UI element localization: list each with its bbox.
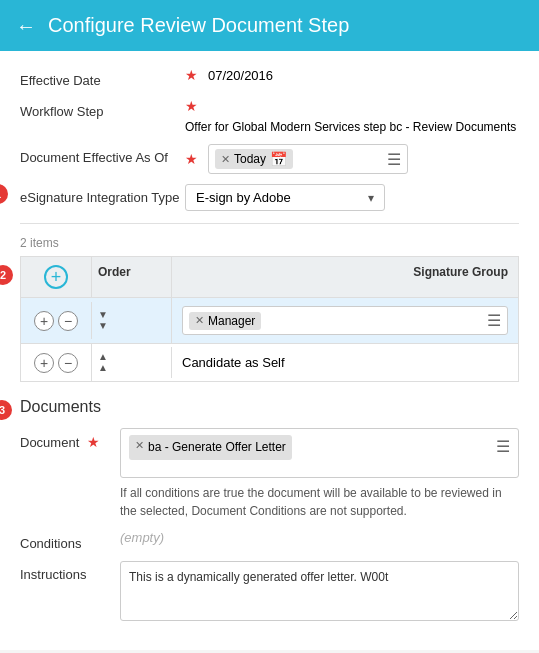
manager-chip[interactable]: ✕ Manager bbox=[189, 312, 261, 330]
document-label: Document ★ bbox=[20, 428, 120, 450]
row-1-controls: + − bbox=[21, 303, 91, 339]
document-chip-input[interactable]: ✕ ba - Generate Offer Letter ☰ bbox=[120, 428, 519, 478]
signature-table: 2 + Order Signature Group + − ▼ ▼ bbox=[20, 256, 519, 382]
workflow-step-row: Workflow Step ★ Offer for Global Modern … bbox=[20, 98, 519, 134]
instructions-value-container bbox=[120, 561, 519, 624]
documents-section: 3 Documents Document ★ ✕ ba - Generate O… bbox=[20, 398, 519, 624]
workflow-step-value: Offer for Global Modern Services step bc… bbox=[185, 120, 516, 134]
conditions-empty: (empty) bbox=[120, 530, 164, 545]
candidate-self-label: Candidate as Self bbox=[182, 355, 285, 370]
document-info-text: If all conditions are true the document … bbox=[120, 484, 519, 520]
items-count: 2 items bbox=[20, 236, 519, 250]
row-1-signature: ✕ Manager ☰ bbox=[171, 298, 518, 343]
list-icon-1[interactable]: ☰ bbox=[387, 150, 401, 169]
table-row: + − ▼ ▼ ✕ Manager ☰ bbox=[21, 298, 518, 344]
list-icon-3[interactable]: ☰ bbox=[496, 437, 510, 456]
document-effective-label: Document Effective As Of bbox=[20, 144, 185, 165]
divider-1 bbox=[20, 223, 519, 224]
conditions-row: Conditions (empty) bbox=[20, 530, 519, 551]
row-2-up-arrow-2[interactable]: ▲ bbox=[98, 363, 108, 373]
page-header: ← Configure Review Document Step bbox=[0, 0, 539, 51]
main-content: Effective Date ★ 07/20/2016 Workflow Ste… bbox=[0, 51, 539, 650]
workflow-step-label: Workflow Step bbox=[20, 98, 185, 119]
table-row: + − ▲ ▲ Candidate as Self bbox=[21, 344, 518, 381]
effective-date-label: Effective Date bbox=[20, 67, 185, 88]
esignature-row: 1 eSignature Integration Type E-sign by … bbox=[20, 184, 519, 211]
manager-chip-remove[interactable]: ✕ bbox=[195, 314, 204, 327]
instructions-textarea[interactable] bbox=[120, 561, 519, 621]
row-1-order-arrows: ▼ ▼ bbox=[98, 310, 108, 331]
document-effective-value-container: ★ ✕ Today 📅 ☰ bbox=[185, 144, 519, 174]
esignature-value-container: E-sign by Adobe ▾ bbox=[185, 184, 519, 211]
document-chip-label: ba - Generate Offer Letter bbox=[148, 439, 286, 456]
table-header-add: + bbox=[21, 257, 91, 297]
manager-chip-label: Manager bbox=[208, 314, 255, 328]
calendar-icon[interactable]: 📅 bbox=[270, 151, 287, 167]
workflow-step-value-container: ★ Offer for Global Modern Services step … bbox=[185, 98, 519, 134]
order-column-header: Order bbox=[91, 257, 171, 297]
row-2-order: ▲ ▲ bbox=[91, 344, 171, 381]
add-row-button[interactable]: + bbox=[44, 265, 68, 289]
required-star-doc: ★ bbox=[87, 434, 100, 450]
row-2-up-arrow[interactable]: ▲ bbox=[98, 352, 108, 362]
effective-date-row: Effective Date ★ 07/20/2016 bbox=[20, 67, 519, 88]
chevron-down-icon: ▾ bbox=[368, 191, 374, 205]
document-chip[interactable]: ✕ ba - Generate Offer Letter bbox=[129, 435, 292, 460]
back-button[interactable]: ← bbox=[16, 16, 36, 36]
document-effective-row: Document Effective As Of ★ ✕ Today 📅 ☰ bbox=[20, 144, 519, 174]
page-title: Configure Review Document Step bbox=[48, 14, 349, 37]
row-2-signature: Candidate as Self bbox=[171, 347, 518, 378]
row-1-add-btn[interactable]: + bbox=[34, 311, 54, 331]
row-2-add-btn[interactable]: + bbox=[34, 353, 54, 373]
row-2-controls: + − bbox=[21, 345, 91, 381]
document-field-row: Document ★ ✕ ba - Generate Offer Letter … bbox=[20, 428, 519, 520]
list-icon-2[interactable]: ☰ bbox=[487, 311, 501, 330]
today-chip-label: Today bbox=[234, 152, 266, 166]
row-2-remove-btn[interactable]: − bbox=[58, 353, 78, 373]
document-effective-chip-input[interactable]: ✕ Today 📅 ☰ bbox=[208, 144, 408, 174]
row-2-order-arrows: ▲ ▲ bbox=[98, 352, 108, 373]
required-star-3: ★ bbox=[185, 151, 198, 167]
today-chip[interactable]: ✕ Today 📅 bbox=[215, 149, 293, 169]
signature-column-header: Signature Group bbox=[171, 257, 518, 297]
effective-date-value-container: ★ 07/20/2016 bbox=[185, 67, 519, 83]
table-header: + Order Signature Group bbox=[21, 257, 518, 298]
row-1-up-arrow[interactable]: ▼ bbox=[98, 321, 108, 331]
conditions-label: Conditions bbox=[20, 530, 120, 551]
badge-2: 2 bbox=[0, 265, 13, 285]
esignature-dropdown-value: E-sign by Adobe bbox=[196, 190, 291, 205]
badge-1: 1 bbox=[0, 184, 8, 204]
document-value: ✕ ba - Generate Offer Letter ☰ If all co… bbox=[120, 428, 519, 520]
row-1-sig-chip-input[interactable]: ✕ Manager ☰ bbox=[182, 306, 508, 335]
instructions-row: Instructions bbox=[20, 561, 519, 624]
instructions-label: Instructions bbox=[20, 561, 120, 582]
required-star-1: ★ bbox=[185, 67, 198, 83]
row-1-order: ▼ ▼ bbox=[91, 302, 171, 339]
required-star-2: ★ bbox=[185, 98, 198, 114]
today-chip-remove[interactable]: ✕ bbox=[221, 153, 230, 166]
document-chip-remove[interactable]: ✕ bbox=[135, 439, 144, 452]
effective-date-value: 07/20/2016 bbox=[208, 68, 273, 83]
row-1-remove-btn[interactable]: − bbox=[58, 311, 78, 331]
row-1-down-arrow[interactable]: ▼ bbox=[98, 310, 108, 320]
esignature-label: eSignature Integration Type bbox=[20, 184, 185, 205]
badge-3: 3 bbox=[0, 400, 12, 420]
esignature-dropdown[interactable]: E-sign by Adobe ▾ bbox=[185, 184, 385, 211]
conditions-value: (empty) bbox=[120, 530, 519, 545]
documents-section-title: Documents bbox=[20, 398, 519, 416]
